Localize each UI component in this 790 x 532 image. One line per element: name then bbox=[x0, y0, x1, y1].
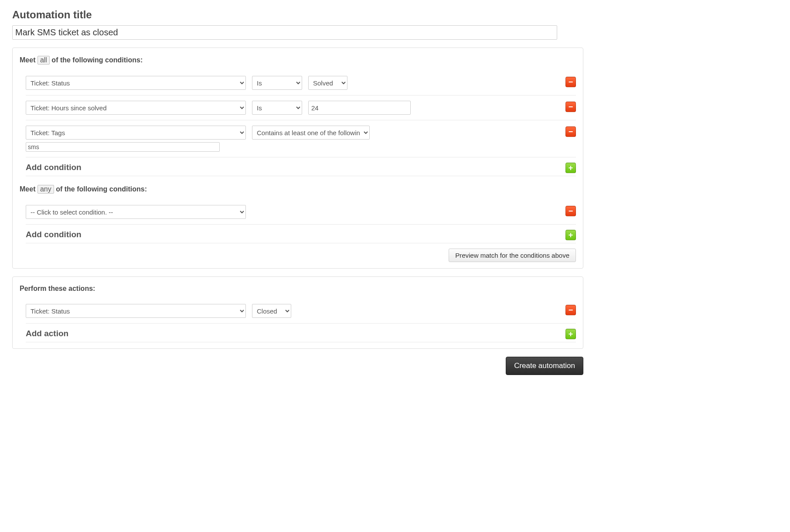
condition-tags-input[interactable] bbox=[26, 142, 220, 152]
preview-match-button[interactable]: Preview match for the conditions above bbox=[449, 249, 576, 262]
minus-icon: − bbox=[569, 207, 573, 215]
add-condition-label: Add condition bbox=[26, 230, 82, 239]
condition-field-select[interactable]: Ticket: Tags bbox=[26, 126, 246, 140]
condition-operator-select[interactable]: Is bbox=[252, 76, 302, 90]
remove-condition-button[interactable]: − bbox=[565, 126, 576, 137]
plus-icon: + bbox=[569, 164, 573, 172]
remove-condition-button[interactable]: − bbox=[565, 206, 576, 216]
add-condition-button[interactable]: + bbox=[565, 163, 576, 173]
conditions-any-rows: -- Click to select condition. -- − Add c… bbox=[26, 200, 576, 243]
minus-icon: − bbox=[569, 103, 573, 111]
automation-title-input[interactable] bbox=[12, 25, 557, 40]
condition-value-input[interactable] bbox=[308, 101, 411, 115]
add-condition-button[interactable]: + bbox=[565, 230, 576, 240]
action-row: Ticket: Status Closed − bbox=[26, 299, 576, 324]
create-automation-button[interactable]: Create automation bbox=[506, 357, 583, 375]
actions-panel: Perform these actions: Ticket: Status Cl… bbox=[12, 276, 583, 349]
condition-row: Ticket: Status Is Solved − bbox=[26, 71, 576, 95]
remove-action-button[interactable]: − bbox=[565, 305, 576, 315]
minus-icon: − bbox=[569, 78, 573, 86]
text: of the following conditions: bbox=[54, 185, 147, 193]
conditions-any-label: Meet any of the following conditions: bbox=[20, 185, 576, 194]
remove-condition-button[interactable]: − bbox=[565, 102, 576, 112]
add-condition-label: Add condition bbox=[26, 163, 82, 172]
condition-operator-select[interactable]: Is bbox=[252, 101, 302, 115]
condition-value-select[interactable]: Solved bbox=[308, 76, 347, 90]
minus-icon: − bbox=[569, 128, 573, 136]
text: Meet bbox=[20, 56, 37, 64]
conditions-all-rows: Ticket: Status Is Solved − Ticket: Hours… bbox=[26, 71, 576, 176]
any-chip: any bbox=[37, 185, 54, 194]
text: Meet bbox=[20, 185, 37, 193]
minus-icon: − bbox=[569, 306, 573, 314]
all-chip: all bbox=[37, 56, 50, 65]
condition-field-select[interactable]: -- Click to select condition. -- bbox=[26, 205, 246, 219]
plus-icon: + bbox=[569, 231, 573, 239]
page-title: Automation title bbox=[12, 9, 778, 21]
text: of the following conditions: bbox=[50, 56, 143, 64]
condition-row: -- Click to select condition. -- − bbox=[26, 200, 576, 225]
conditions-all-label: Meet all of the following conditions: bbox=[20, 56, 576, 65]
condition-row: Ticket: Tags Contains at least one of th… bbox=[26, 120, 576, 157]
action-value-select[interactable]: Closed bbox=[252, 304, 291, 318]
actions-heading: Perform these actions: bbox=[20, 285, 576, 293]
condition-operator-select[interactable]: Contains at least one of the following bbox=[252, 126, 370, 140]
add-action-row: Add action + bbox=[26, 324, 576, 342]
conditions-panel: Meet all of the following conditions: Ti… bbox=[12, 48, 583, 269]
condition-row: Ticket: Hours since solved Is − bbox=[26, 95, 576, 120]
action-field-select[interactable]: Ticket: Status bbox=[26, 304, 246, 318]
condition-field-select[interactable]: Ticket: Status bbox=[26, 76, 246, 90]
condition-field-select[interactable]: Ticket: Hours since solved bbox=[26, 101, 246, 115]
actions-rows: Ticket: Status Closed − Add action + bbox=[26, 299, 576, 342]
remove-condition-button[interactable]: − bbox=[565, 77, 576, 87]
add-condition-row: Add condition + bbox=[26, 157, 576, 176]
plus-icon: + bbox=[569, 330, 573, 338]
add-condition-row: Add condition + bbox=[26, 225, 576, 243]
add-action-label: Add action bbox=[26, 329, 68, 338]
add-action-button[interactable]: + bbox=[565, 329, 576, 339]
